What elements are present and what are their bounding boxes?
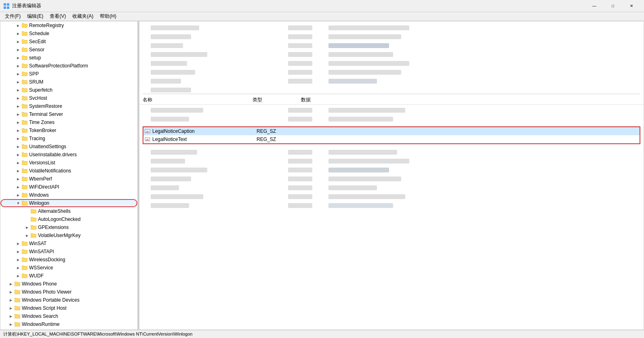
tree-item-alternate-shells[interactable]: ▶ AlternateShells — [0, 207, 137, 215]
tree-item-label: Windows Phone — [22, 281, 57, 287]
menu-edit[interactable]: 编辑(E) — [24, 12, 46, 21]
tree-arrow-collapsed[interactable]: ▶ — [15, 192, 21, 198]
reg-entry-type: REG_SZ — [257, 136, 305, 142]
tree-item-software-protection[interactable]: ▶ SoftwareProtectionPlatform — [0, 62, 137, 70]
tree-item-token-broker[interactable]: ▶ TokenBroker — [0, 126, 137, 134]
tree-item-windows-photo-viewer[interactable]: ▶ Windows Photo Viewer — [0, 288, 137, 296]
tree-arrow-collapsed[interactable]: ▶ — [15, 240, 21, 247]
tree-item-wireless-docking[interactable]: ▶ WirelessDocking — [0, 256, 137, 264]
tree-item-windows-phone[interactable]: ▶ Windows Phone — [0, 280, 137, 288]
tree-item-unattend-settings[interactable]: ▶ UnattendSettings — [0, 143, 137, 151]
tree-item-wifi-direct[interactable]: ▶ WiFiDirectAPI — [0, 183, 137, 191]
tree-item-autologon[interactable]: ▶ AutoLogonChecked — [0, 215, 137, 223]
tree-item-time-zones[interactable]: ▶ Time Zones — [0, 118, 137, 126]
tree-item-remote-registry[interactable]: ▶ RemoteRegistry — [0, 21, 137, 29]
tree-arrow-collapsed[interactable]: ▶ — [15, 30, 21, 37]
tree-arrow-collapsed[interactable]: ▶ — [15, 95, 21, 101]
tree-pane[interactable]: ▶ RemoteRegistry▶ Schedule▶ SecEdit▶ Sen… — [0, 21, 138, 330]
menu-file[interactable]: 文件(F) — [2, 12, 24, 21]
tree-item-spp[interactable]: ▶ SPP — [0, 70, 137, 78]
tree-item-tracing[interactable]: ▶ Tracing — [0, 134, 137, 143]
tree-item-windows-search[interactable]: ▶ Windows Search — [0, 312, 137, 320]
tree-item-svchost[interactable]: ▶ SvcHost — [0, 94, 137, 102]
tree-arrow-collapsed[interactable]: ▶ — [15, 111, 21, 118]
tree-arrow-collapsed[interactable]: ▶ — [15, 55, 21, 61]
tree-item-userinstallable[interactable]: ▶ Userinstallable.drivers — [0, 151, 137, 159]
tree-arrow-collapsed[interactable]: ▶ — [15, 256, 21, 263]
tree-arrow-collapsed[interactable]: ▶ — [8, 305, 14, 311]
maximize-button[interactable]: □ — [604, 0, 622, 12]
tree-item-schedule[interactable]: ▶ Schedule — [0, 29, 137, 38]
tree-arrow-collapsed[interactable]: ▶ — [8, 297, 14, 303]
status-bar: 计算机\HKEY_LOCAL_MACHINE\SOFTWARE\Microsof… — [0, 330, 644, 338]
tree-item-secedit[interactable]: ▶ SecEdit — [0, 38, 137, 46]
tree-arrow-collapsed[interactable]: ▶ — [15, 103, 21, 109]
tree-item-windows-portable-devices[interactable]: ▶ Windows Portable Devices — [0, 296, 137, 304]
tree-arrow-collapsed[interactable]: ▶ — [15, 127, 21, 134]
tree-item-wbemperf[interactable]: ▶ WbemPerf — [0, 175, 137, 183]
tree-arrow-collapsed[interactable]: ▶ — [8, 321, 14, 328]
tree-arrow-collapsed[interactable]: ▶ — [8, 329, 14, 330]
tree-arrow-collapsed[interactable]: ▶ — [15, 184, 21, 190]
tree-item-sensor[interactable]: ▶ Sensor — [0, 46, 137, 54]
tree-item-windows-runtime[interactable]: ▶ WindowsRuntime — [0, 320, 137, 328]
tree-item-label: WirelessDocking — [29, 257, 65, 262]
tree-arrow-collapsed[interactable]: ▶ — [15, 119, 21, 126]
tree-arrow-collapsed[interactable]: ▶ — [24, 224, 30, 231]
menu-favorites[interactable]: 收藏夹(A) — [69, 12, 97, 21]
close-button[interactable]: ✕ — [622, 0, 641, 12]
tree-arrow-collapsed[interactable]: ▶ — [15, 143, 21, 150]
registry-row[interactable]: ab LegalNoticeCaption REG_SZ — [143, 127, 640, 135]
tree-item-gp-extensions[interactable]: ▶ GPExtensions — [0, 223, 137, 231]
tree-item-setup[interactable]: ▶ setup — [0, 54, 137, 62]
tree-arrow-collapsed[interactable]: ▶ — [15, 46, 21, 53]
registry-row[interactable]: ab LegalNoticeText REG_SZ — [143, 135, 640, 143]
tree-arrow-collapsed[interactable]: ▶ — [15, 38, 21, 45]
tree-arrow-collapsed[interactable]: ▶ — [8, 313, 14, 319]
tree-arrow-collapsed[interactable]: ▶ — [15, 71, 21, 77]
tree-arrow-expanded[interactable]: ▼ — [15, 200, 21, 206]
menu-help[interactable]: 帮助(H) — [97, 12, 120, 21]
tree-arrow-collapsed[interactable]: ▶ — [15, 273, 21, 279]
tree-item-versions-list[interactable]: ▶ VersionsList — [0, 159, 137, 167]
tree-item-windows[interactable]: ▶ Windows — [0, 191, 137, 199]
tree-item-winlogon[interactable]: ▼ Winlogon — [0, 199, 137, 207]
blurred-content-row — [143, 166, 640, 174]
registry-pane[interactable]: 名称 类型 数据 ab — [139, 21, 644, 330]
tree-item-srum[interactable]: ▶ SRUM — [0, 78, 137, 86]
tree-arrow-collapsed[interactable]: ▶ — [8, 289, 14, 295]
minimize-button[interactable]: — — [585, 0, 604, 12]
folder-icon — [21, 248, 28, 255]
tree-arrow-collapsed[interactable]: ▶ — [15, 176, 21, 182]
tree-arrow-collapsed[interactable]: ▶ — [15, 160, 21, 166]
tree-item-label: AutoLogonChecked — [38, 216, 80, 222]
folder-icon — [21, 55, 28, 61]
tree-item-superfetch[interactable]: ▶ Superfetch — [0, 86, 137, 94]
tree-arrow-collapsed[interactable]: ▶ — [15, 151, 21, 158]
tree-item-wudf[interactable]: ▶ WUDF — [0, 272, 137, 280]
tree-item-volatile-user[interactable]: ▶ VolatileUserMgrKey — [0, 231, 137, 239]
folder-icon — [21, 184, 28, 190]
tree-arrow-collapsed[interactable]: ▶ — [8, 281, 14, 287]
folder-icon — [30, 216, 37, 223]
tree-item-winsatapi[interactable]: ▶ WinSATAPI — [0, 248, 137, 256]
tree-arrow-collapsed[interactable]: ▶ — [15, 248, 21, 255]
tree-item-winsat[interactable]: ▶ WinSAT — [0, 239, 137, 248]
tree-arrow-collapsed[interactable]: ▶ — [15, 135, 21, 142]
tree-item-windows-self-host[interactable]: ▶ WindowsSelfHost — [0, 328, 137, 330]
tree-item-windows-script-host[interactable]: ▶ Windows Script Host — [0, 304, 137, 312]
tree-item-ws-service[interactable]: ▶ WSService — [0, 264, 137, 272]
tree-arrow-collapsed[interactable]: ▶ — [15, 87, 21, 93]
tree-arrow-none: ▶ — [24, 208, 30, 214]
tree-arrow-collapsed[interactable]: ▶ — [15, 22, 21, 29]
tree-item-system-restore[interactable]: ▶ SystemRestore — [0, 102, 137, 110]
folder-icon — [14, 321, 21, 328]
tree-item-volatile-notifications[interactable]: ▶ VolatileNotifications — [0, 167, 137, 175]
tree-arrow-collapsed[interactable]: ▶ — [15, 168, 21, 174]
tree-arrow-collapsed[interactable]: ▶ — [15, 63, 21, 69]
tree-item-terminal-server[interactable]: ▶ Terminal Server — [0, 110, 137, 118]
menu-view[interactable]: 查看(V) — [46, 12, 69, 21]
tree-arrow-collapsed[interactable]: ▶ — [15, 265, 21, 271]
tree-arrow-collapsed[interactable]: ▶ — [24, 232, 30, 239]
tree-arrow-collapsed[interactable]: ▶ — [15, 79, 21, 85]
